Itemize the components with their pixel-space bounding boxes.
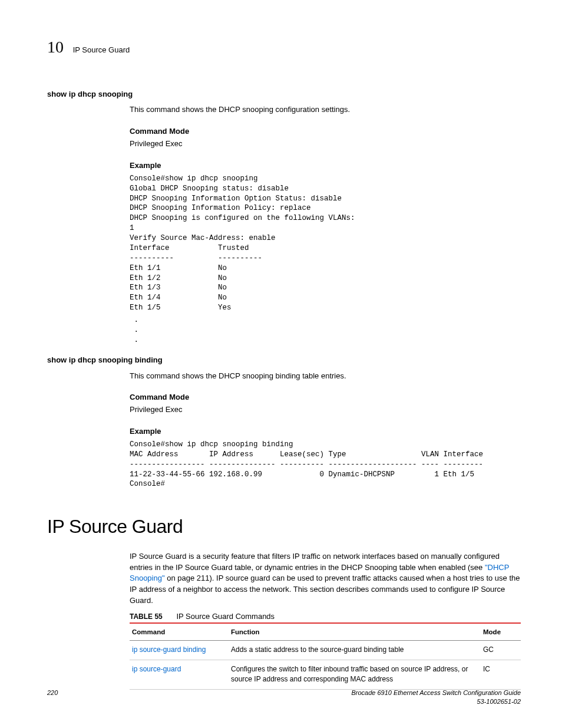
mode-value: Privileged Exec	[130, 404, 521, 416]
section-title: IP Source Guard	[47, 513, 521, 540]
mode-heading: Command Mode	[130, 392, 521, 403]
function-cell: Adds a static address to the source-guar…	[229, 641, 481, 660]
ellipsis: . . .	[130, 315, 521, 345]
col-function: Function	[229, 623, 481, 641]
col-mode: Mode	[481, 623, 521, 641]
para-text: on page 211). IP source guard can be use…	[130, 574, 520, 605]
page-footer: 220 Brocade 6910 Ethernet Access Switch …	[47, 689, 521, 706]
command-description: This command shows the DHCP snooping con…	[130, 104, 521, 116]
doc-title: Brocade 6910 Ethernet Access Switch Conf…	[351, 689, 521, 697]
col-command: Command	[130, 623, 229, 641]
command-heading: show ip dhcp snooping binding	[47, 355, 521, 366]
example-heading: Example	[130, 160, 521, 172]
chapter-number: 10	[47, 35, 64, 60]
table-row: ip source-guard Configures the switch to…	[130, 660, 521, 689]
table-row: ip source-guard binding Adds a static ad…	[130, 641, 521, 660]
command-heading: show ip dhcp snooping	[47, 89, 521, 100]
table-header-row: Command Function Mode	[130, 623, 521, 641]
doc-id: 53-1002651-02	[351, 697, 521, 706]
mode-cell: IC	[481, 660, 521, 689]
code-block: Console#show ip dhcp snooping Global DHC…	[130, 174, 521, 313]
chapter-title: IP Source Guard	[73, 45, 130, 54]
code-block: Console#show ip dhcp snooping binding MA…	[130, 440, 521, 489]
function-cell: Configures the switch to filter inbound …	[229, 660, 481, 689]
page-number: 220	[47, 689, 58, 698]
mode-cell: GC	[481, 641, 521, 660]
running-header: 10 IP Source Guard	[47, 35, 521, 60]
table-caption: IP Source Guard Commands	[176, 612, 275, 621]
command-description: This command shows the DHCP snooping bin…	[130, 371, 521, 382]
commands-table: Command Function Mode ip source-guard bi…	[130, 622, 521, 690]
section-paragraph: IP Source Guard is a security feature th…	[130, 551, 521, 607]
mode-heading: Command Mode	[130, 126, 521, 137]
command-link[interactable]: ip source-guard	[132, 665, 181, 673]
mode-value: Privileged Exec	[130, 139, 521, 150]
example-heading: Example	[130, 426, 521, 437]
para-text: IP Source Guard is a security feature th…	[130, 552, 500, 572]
command-link[interactable]: ip source-guard binding	[132, 645, 206, 654]
table-label: TABLE 55	[130, 612, 163, 621]
